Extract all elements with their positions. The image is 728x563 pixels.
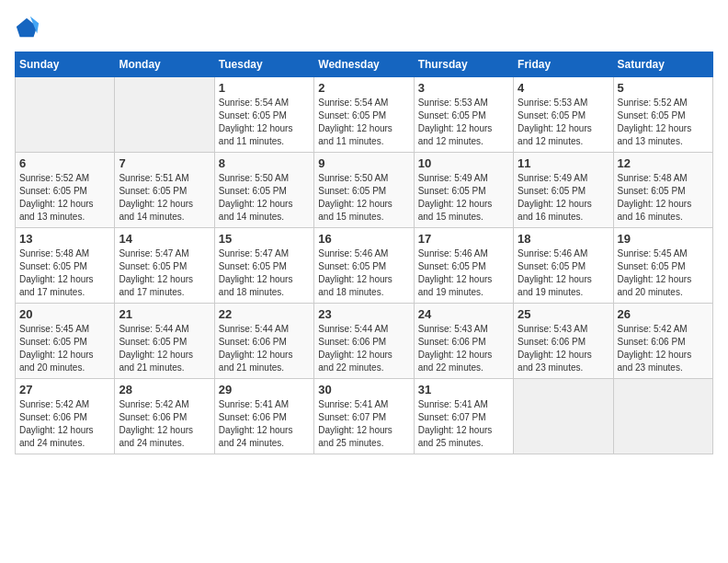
calendar-cell: 1Sunrise: 5:54 AMSunset: 6:05 PMDaylight… bbox=[214, 77, 313, 153]
day-number: 17 bbox=[418, 232, 509, 246]
cell-info: Sunrise: 5:49 AMSunset: 6:05 PMDaylight:… bbox=[518, 172, 609, 224]
cell-info: Sunrise: 5:48 AMSunset: 6:05 PMDaylight:… bbox=[19, 247, 110, 299]
calendar-cell: 11Sunrise: 5:49 AMSunset: 6:05 PMDayligh… bbox=[514, 153, 613, 228]
cell-info: Sunrise: 5:46 AMSunset: 6:05 PMDaylight:… bbox=[418, 247, 509, 299]
cell-info: Sunrise: 5:49 AMSunset: 6:05 PMDaylight:… bbox=[418, 172, 509, 224]
calendar-cell: 22Sunrise: 5:44 AMSunset: 6:06 PMDayligh… bbox=[214, 304, 313, 379]
cell-info: Sunrise: 5:46 AMSunset: 6:05 PMDaylight:… bbox=[318, 247, 409, 299]
calendar-week-row: 1Sunrise: 5:54 AMSunset: 6:05 PMDaylight… bbox=[16, 77, 713, 153]
logo-icon bbox=[15, 15, 40, 40]
cell-info: Sunrise: 5:50 AMSunset: 6:05 PMDaylight:… bbox=[318, 172, 409, 224]
day-of-week-header: Wednesday bbox=[314, 52, 414, 77]
cell-info: Sunrise: 5:46 AMSunset: 6:05 PMDaylight:… bbox=[518, 247, 609, 299]
calendar-cell: 9Sunrise: 5:50 AMSunset: 6:05 PMDaylight… bbox=[314, 153, 414, 228]
calendar-cell: 4Sunrise: 5:53 AMSunset: 6:05 PMDaylight… bbox=[514, 77, 613, 153]
calendar-cell: 13Sunrise: 5:48 AMSunset: 6:05 PMDayligh… bbox=[16, 228, 115, 304]
day-of-week-header: Tuesday bbox=[214, 52, 313, 77]
calendar-cell bbox=[514, 379, 613, 454]
day-number: 9 bbox=[318, 156, 409, 170]
day-number: 12 bbox=[618, 156, 709, 170]
day-number: 11 bbox=[518, 156, 609, 170]
day-number: 27 bbox=[19, 383, 110, 396]
cell-info: Sunrise: 5:44 AMSunset: 6:05 PMDaylight:… bbox=[119, 323, 210, 374]
days-header-row: SundayMondayTuesdayWednesdayThursdayFrid… bbox=[16, 52, 713, 77]
page-header bbox=[15, 15, 713, 40]
cell-info: Sunrise: 5:41 AMSunset: 6:07 PMDaylight:… bbox=[418, 398, 509, 450]
day-number: 2 bbox=[318, 81, 409, 95]
calendar-cell: 29Sunrise: 5:41 AMSunset: 6:06 PMDayligh… bbox=[214, 379, 313, 454]
cell-info: Sunrise: 5:43 AMSunset: 6:06 PMDaylight:… bbox=[418, 323, 509, 374]
day-number: 4 bbox=[518, 81, 609, 95]
calendar-cell: 12Sunrise: 5:48 AMSunset: 6:05 PMDayligh… bbox=[613, 153, 712, 228]
cell-info: Sunrise: 5:52 AMSunset: 6:05 PMDaylight:… bbox=[19, 172, 110, 224]
cell-info: Sunrise: 5:53 AMSunset: 6:05 PMDaylight:… bbox=[418, 97, 509, 148]
calendar-cell: 25Sunrise: 5:43 AMSunset: 6:06 PMDayligh… bbox=[514, 304, 613, 379]
day-number: 6 bbox=[19, 156, 110, 170]
calendar-cell: 26Sunrise: 5:42 AMSunset: 6:06 PMDayligh… bbox=[613, 304, 712, 379]
day-number: 1 bbox=[219, 81, 310, 95]
calendar-week-row: 13Sunrise: 5:48 AMSunset: 6:05 PMDayligh… bbox=[16, 228, 713, 304]
cell-info: Sunrise: 5:52 AMSunset: 6:05 PMDaylight:… bbox=[618, 97, 709, 148]
day-number: 20 bbox=[19, 307, 110, 321]
calendar-week-row: 6Sunrise: 5:52 AMSunset: 6:05 PMDaylight… bbox=[16, 153, 713, 228]
day-number: 28 bbox=[119, 383, 210, 396]
day-number: 29 bbox=[219, 383, 310, 396]
day-number: 10 bbox=[418, 156, 509, 170]
day-number: 15 bbox=[219, 232, 310, 246]
calendar-cell: 15Sunrise: 5:47 AMSunset: 6:05 PMDayligh… bbox=[214, 228, 313, 304]
calendar-cell: 6Sunrise: 5:52 AMSunset: 6:05 PMDaylight… bbox=[16, 153, 115, 228]
day-number: 25 bbox=[518, 307, 609, 321]
day-number: 7 bbox=[119, 156, 210, 170]
calendar-cell bbox=[115, 77, 214, 153]
calendar-week-row: 27Sunrise: 5:42 AMSunset: 6:06 PMDayligh… bbox=[16, 379, 713, 454]
cell-info: Sunrise: 5:42 AMSunset: 6:06 PMDaylight:… bbox=[119, 398, 210, 450]
calendar-cell: 19Sunrise: 5:45 AMSunset: 6:05 PMDayligh… bbox=[613, 228, 712, 304]
day-number: 23 bbox=[318, 307, 409, 321]
calendar-week-row: 20Sunrise: 5:45 AMSunset: 6:05 PMDayligh… bbox=[16, 304, 713, 379]
cell-info: Sunrise: 5:44 AMSunset: 6:06 PMDaylight:… bbox=[318, 323, 409, 374]
calendar-cell: 7Sunrise: 5:51 AMSunset: 6:05 PMDaylight… bbox=[115, 153, 214, 228]
cell-info: Sunrise: 5:43 AMSunset: 6:06 PMDaylight:… bbox=[518, 323, 609, 374]
day-number: 26 bbox=[618, 307, 709, 321]
cell-info: Sunrise: 5:47 AMSunset: 6:05 PMDaylight:… bbox=[219, 247, 310, 299]
cell-info: Sunrise: 5:45 AMSunset: 6:05 PMDaylight:… bbox=[19, 323, 110, 374]
calendar-cell: 2Sunrise: 5:54 AMSunset: 6:05 PMDaylight… bbox=[314, 77, 414, 153]
day-number: 21 bbox=[119, 307, 210, 321]
cell-info: Sunrise: 5:54 AMSunset: 6:05 PMDaylight:… bbox=[318, 97, 409, 148]
day-of-week-header: Sunday bbox=[16, 52, 115, 77]
day-number: 3 bbox=[418, 81, 509, 95]
calendar-cell bbox=[613, 379, 712, 454]
day-number: 13 bbox=[19, 232, 110, 246]
cell-info: Sunrise: 5:51 AMSunset: 6:05 PMDaylight:… bbox=[119, 172, 210, 224]
cell-info: Sunrise: 5:42 AMSunset: 6:06 PMDaylight:… bbox=[618, 323, 709, 374]
day-of-week-header: Monday bbox=[115, 52, 214, 77]
day-number: 8 bbox=[219, 156, 310, 170]
day-of-week-header: Friday bbox=[514, 52, 613, 77]
day-number: 31 bbox=[418, 383, 509, 396]
day-number: 18 bbox=[518, 232, 609, 246]
cell-info: Sunrise: 5:41 AMSunset: 6:06 PMDaylight:… bbox=[219, 398, 310, 450]
calendar-cell: 31Sunrise: 5:41 AMSunset: 6:07 PMDayligh… bbox=[414, 379, 513, 454]
calendar-cell: 23Sunrise: 5:44 AMSunset: 6:06 PMDayligh… bbox=[314, 304, 414, 379]
cell-info: Sunrise: 5:45 AMSunset: 6:05 PMDaylight:… bbox=[618, 247, 709, 299]
calendar-cell bbox=[16, 77, 115, 153]
calendar-cell: 14Sunrise: 5:47 AMSunset: 6:05 PMDayligh… bbox=[115, 228, 214, 304]
day-number: 24 bbox=[418, 307, 509, 321]
calendar-cell: 20Sunrise: 5:45 AMSunset: 6:05 PMDayligh… bbox=[16, 304, 115, 379]
day-number: 30 bbox=[318, 383, 409, 396]
cell-info: Sunrise: 5:50 AMSunset: 6:05 PMDaylight:… bbox=[219, 172, 310, 224]
day-of-week-header: Saturday bbox=[613, 52, 712, 77]
cell-info: Sunrise: 5:47 AMSunset: 6:05 PMDaylight:… bbox=[119, 247, 210, 299]
day-number: 5 bbox=[618, 81, 709, 95]
day-number: 14 bbox=[119, 232, 210, 246]
calendar-cell: 17Sunrise: 5:46 AMSunset: 6:05 PMDayligh… bbox=[414, 228, 513, 304]
calendar-cell: 18Sunrise: 5:46 AMSunset: 6:05 PMDayligh… bbox=[514, 228, 613, 304]
calendar-cell: 10Sunrise: 5:49 AMSunset: 6:05 PMDayligh… bbox=[414, 153, 513, 228]
calendar-cell: 16Sunrise: 5:46 AMSunset: 6:05 PMDayligh… bbox=[314, 228, 414, 304]
day-number: 19 bbox=[618, 232, 709, 246]
day-number: 22 bbox=[219, 307, 310, 321]
calendar-cell: 21Sunrise: 5:44 AMSunset: 6:05 PMDayligh… bbox=[115, 304, 214, 379]
day-of-week-header: Thursday bbox=[414, 52, 513, 77]
calendar-cell: 27Sunrise: 5:42 AMSunset: 6:06 PMDayligh… bbox=[16, 379, 115, 454]
calendar-cell: 24Sunrise: 5:43 AMSunset: 6:06 PMDayligh… bbox=[414, 304, 513, 379]
